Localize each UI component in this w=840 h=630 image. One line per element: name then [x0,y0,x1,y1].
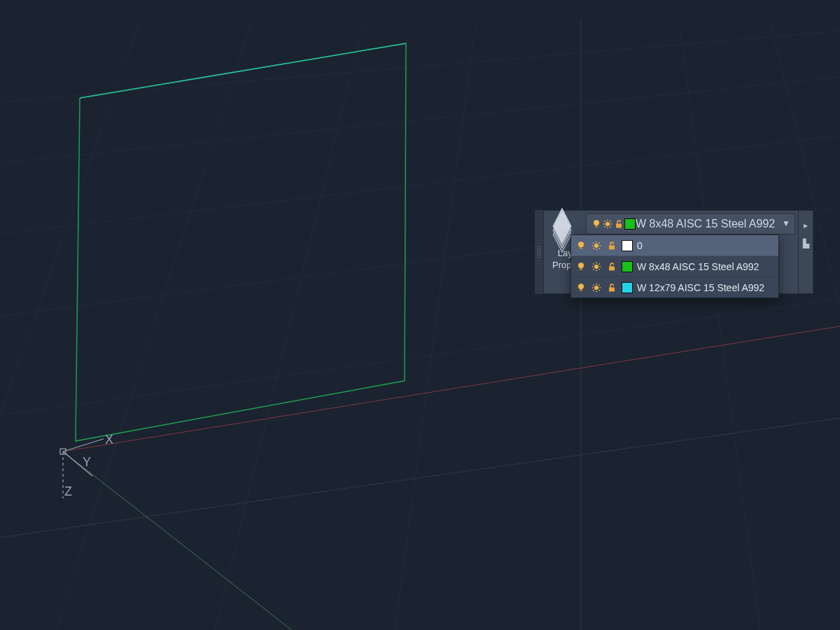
ucs-label-x: X [105,433,113,447]
drawn-rectangle-top-edge [80,43,406,98]
sun-icon[interactable] [591,261,602,272]
svg-rect-54 [609,266,615,270]
layer-properties-icon[interactable] [550,216,573,240]
lightbulb-icon[interactable] [575,282,587,293]
svg-point-19 [594,220,599,225]
svg-line-52 [598,263,599,264]
model-space-viewport[interactable]: X Y Z [0,0,840,630]
layer-color-swatch[interactable] [622,240,633,251]
lightbulb-icon[interactable] [591,218,602,230]
layer-dropdown-item[interactable]: W 12x79 AISC 15 Steel A992 [571,277,778,298]
svg-line-39 [598,248,599,248]
svg-line-38 [593,242,594,243]
sun-icon[interactable] [591,240,602,251]
svg-line-6 [0,21,140,630]
svg-point-55 [578,284,584,289]
layer-color-swatch[interactable] [622,282,633,293]
svg-rect-42 [609,245,615,249]
svg-line-65 [593,290,594,290]
lightbulb-icon[interactable] [575,261,587,272]
svg-rect-30 [616,224,622,228]
layers-panel-body: Layer Properties W 8x48 AISC 15 Steel A9… [543,210,799,294]
layer-color-swatch[interactable] [624,218,636,230]
ucs-label-z: Z [64,484,72,499]
svg-rect-66 [609,287,615,291]
layer-name: 0 [637,240,774,251]
sun-icon[interactable] [602,218,613,230]
svg-line-63 [598,290,599,290]
svg-point-31 [578,241,584,247]
svg-point-45 [594,265,598,269]
chevron-down-icon[interactable]: ▼ [782,218,790,228]
svg-line-1 [0,74,840,167]
svg-rect-56 [580,289,582,291]
panel-flyout-strip: ▸ ▙ [799,210,813,294]
svg-line-28 [610,220,610,221]
layer-dropdown-item[interactable]: W 8x48 AISC 15 Steel A992 [571,256,778,277]
svg-point-43 [578,262,584,268]
lightbulb-icon[interactable] [575,240,587,251]
svg-line-64 [598,284,599,285]
drawn-rectangle[interactable] [76,43,406,441]
svg-point-57 [594,286,598,290]
lock-open-icon[interactable] [613,218,624,230]
svg-line-62 [593,284,594,285]
lock-open-icon[interactable] [606,240,617,251]
layer-dropdown-item[interactable]: 0 [571,235,778,256]
svg-line-0 [0,28,840,105]
current-layer-name: W 8x48 AISC 15 Steel A992 [636,218,775,230]
svg-line-51 [598,269,599,270]
axis-x [63,321,840,451]
svg-line-50 [593,263,594,264]
expand-right-icon[interactable]: ▸ [804,220,808,230]
svg-line-13 [0,413,840,542]
panel-drag-grip[interactable] [535,210,543,294]
lock-open-icon[interactable] [606,261,617,272]
svg-rect-20 [595,225,598,227]
axis-y [63,451,318,630]
svg-line-41 [593,248,594,248]
ucs-label-y: Y [83,455,91,470]
current-layer-selector[interactable]: W 8x48 AISC 15 Steel A992 ▼ [586,214,795,234]
panel-anchor-icon[interactable]: ▙ [803,239,809,248]
lock-open-icon[interactable] [606,282,617,293]
svg-line-29 [604,226,605,227]
svg-line-27 [610,226,610,227]
svg-line-12 [770,21,840,630]
svg-line-40 [598,242,599,243]
layers-panel[interactable]: Layer Properties W 8x48 AISC 15 Steel A9… [535,210,813,294]
sun-icon[interactable] [591,282,602,293]
layer-dropdown[interactable]: 0 W 8x48 AISC 15 Steel A992 W 12x79 AISC… [570,234,779,298]
svg-line-53 [593,269,594,270]
svg-line-4 [0,294,840,420]
svg-line-8 [210,21,364,630]
svg-line-11 [679,21,763,630]
svg-rect-44 [580,268,582,270]
svg-point-33 [594,244,598,248]
layer-name: W 12x79 AISC 15 Steel A992 [637,282,774,293]
layer-color-swatch[interactable] [622,261,633,272]
svg-line-26 [604,220,605,221]
layer-name: W 8x48 AISC 15 Steel A992 [637,261,774,272]
svg-point-21 [606,222,610,226]
svg-rect-32 [580,247,582,249]
svg-line-15 [63,439,104,451]
viewport-canvas [0,0,840,630]
